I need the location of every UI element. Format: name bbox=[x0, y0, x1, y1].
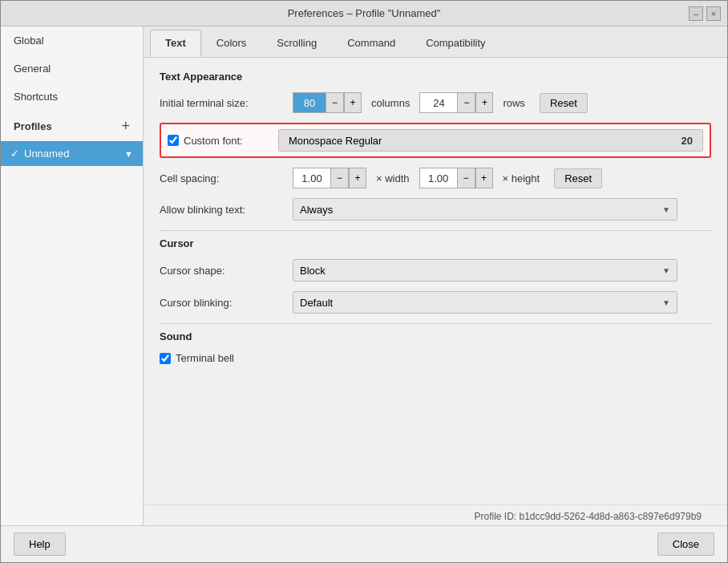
cell-width-decrement[interactable]: − bbox=[331, 168, 349, 188]
tab-scrolling[interactable]: Scrolling bbox=[261, 30, 332, 57]
custom-font-row: Custom font: Monospace Regular 20 bbox=[160, 123, 711, 158]
blink-text-dropdown[interactable]: Always ▼ bbox=[293, 198, 677, 221]
tab-compatibility[interactable]: Compatibility bbox=[411, 30, 500, 57]
sidebar-section-profiles: Profiles + bbox=[1, 111, 143, 141]
main-content: Global General Shortcuts Profiles + ✓ Un… bbox=[1, 26, 727, 525]
cell-height-unit: × height bbox=[503, 172, 540, 184]
blink-dropdown-arrow-icon: ▼ bbox=[662, 205, 670, 214]
cell-height-spinbox: − + bbox=[419, 168, 493, 188]
cell-height-increment[interactable]: + bbox=[475, 168, 493, 188]
tab-bar: Text Colors Scrolling Command Compatibil… bbox=[144, 26, 727, 58]
text-appearance-title: Text Appearance bbox=[160, 71, 711, 83]
profiles-label: Profiles bbox=[14, 120, 52, 132]
close-dialog-button[interactable]: Close bbox=[657, 533, 714, 556]
sidebar-item-unnamed-profile[interactable]: ✓ Unnamed ▼ bbox=[1, 141, 143, 166]
rows-input[interactable] bbox=[419, 92, 458, 113]
sidebar-item-global[interactable]: Global bbox=[1, 26, 143, 55]
cursor-blink-label: Cursor blinking: bbox=[160, 297, 288, 309]
minimize-button[interactable]: – bbox=[689, 6, 703, 21]
rows-spinbox: − + bbox=[419, 92, 493, 113]
right-panel: Text Colors Scrolling Command Compatibil… bbox=[144, 26, 727, 525]
sound-section: Sound Terminal bell bbox=[160, 330, 711, 364]
cell-height-input[interactable] bbox=[419, 168, 458, 188]
terminal-size-reset-button[interactable]: Reset bbox=[540, 93, 588, 113]
cursor-shape-label: Cursor shape: bbox=[160, 265, 288, 277]
cursor-shape-arrow-icon: ▼ bbox=[662, 266, 670, 275]
divider-1 bbox=[160, 230, 711, 231]
footer-bar: Help Close bbox=[1, 525, 727, 562]
divider-2 bbox=[160, 323, 711, 324]
terminal-bell-label: Terminal bell bbox=[176, 352, 234, 364]
blink-text-label: Allow blinking text: bbox=[160, 204, 288, 216]
terminal-bell-row: Terminal bell bbox=[160, 352, 711, 364]
titlebar-controls: – × bbox=[689, 6, 721, 21]
sidebar-item-shortcuts[interactable]: Shortcuts bbox=[1, 83, 143, 111]
cell-height-decrement[interactable]: − bbox=[458, 168, 475, 188]
terminal-bell-checkbox-label[interactable]: Terminal bell bbox=[160, 352, 264, 364]
cell-width-input[interactable] bbox=[293, 168, 331, 188]
tab-content-text: Text Appearance Initial terminal size: −… bbox=[144, 58, 727, 504]
cursor-blink-row: Cursor blinking: Default ▼ bbox=[160, 291, 711, 314]
cell-spacing-label: Cell spacing: bbox=[160, 172, 288, 184]
cell-spacing-reset-button[interactable]: Reset bbox=[554, 168, 602, 188]
cell-width-increment[interactable]: + bbox=[349, 168, 366, 188]
tab-text[interactable]: Text bbox=[150, 30, 201, 57]
cursor-blink-arrow-icon: ▼ bbox=[662, 298, 670, 307]
blink-text-value: Always bbox=[300, 204, 333, 216]
cursor-shape-value: Block bbox=[300, 265, 326, 277]
help-button[interactable]: Help bbox=[14, 533, 66, 556]
columns-decrement[interactable]: − bbox=[326, 92, 344, 113]
columns-increment[interactable]: + bbox=[344, 92, 362, 113]
rows-unit: rows bbox=[503, 97, 524, 109]
tab-colors[interactable]: Colors bbox=[201, 30, 262, 57]
font-name-label: Monospace Regular bbox=[289, 135, 382, 147]
profile-check-icon: ✓ bbox=[10, 148, 19, 160]
font-chooser-button[interactable]: Monospace Regular 20 bbox=[278, 129, 703, 152]
cursor-title: Cursor bbox=[160, 237, 711, 249]
columns-unit: columns bbox=[371, 97, 410, 109]
profile-id-label: Profile ID: b1dcc9dd-5262-4d8d-a863-c897… bbox=[474, 511, 711, 522]
cursor-blink-dropdown[interactable]: Default ▼ bbox=[293, 291, 677, 314]
cursor-blink-value: Default bbox=[300, 297, 333, 309]
custom-font-label: Custom font: bbox=[184, 135, 243, 147]
blink-text-row: Allow blinking text: Always ▼ bbox=[160, 198, 711, 221]
tab-command[interactable]: Command bbox=[332, 30, 411, 57]
titlebar: Preferences – Profile "Unnamed" – × bbox=[1, 1, 727, 26]
custom-font-checkbox-label[interactable]: Custom font: bbox=[168, 135, 272, 147]
font-size-value: 20 bbox=[681, 135, 693, 147]
sidebar-item-general[interactable]: General bbox=[1, 55, 143, 83]
sidebar: Global General Shortcuts Profiles + ✓ Un… bbox=[1, 26, 144, 525]
profile-id-area: Profile ID: b1dcc9dd-5262-4d8d-a863-c897… bbox=[144, 504, 727, 525]
cursor-section: Cursor Cursor shape: Block ▼ Cursor blin… bbox=[160, 237, 711, 314]
close-button[interactable]: × bbox=[706, 6, 721, 21]
custom-font-checkbox[interactable] bbox=[168, 135, 179, 146]
cell-width-spinbox: − + bbox=[293, 168, 366, 188]
preferences-window: Preferences – Profile "Unnamed" – × Glob… bbox=[0, 0, 728, 563]
add-profile-button[interactable]: + bbox=[121, 119, 130, 133]
cell-width-unit: × width bbox=[376, 172, 410, 184]
profile-arrow-icon: ▼ bbox=[124, 149, 133, 159]
rows-decrement[interactable]: − bbox=[458, 92, 475, 113]
rows-increment[interactable]: + bbox=[475, 92, 493, 113]
profile-name: Unnamed bbox=[24, 148, 69, 160]
terminal-size-label: Initial terminal size: bbox=[160, 97, 288, 109]
columns-spinbox: − + bbox=[293, 92, 362, 113]
cursor-shape-row: Cursor shape: Block ▼ bbox=[160, 259, 711, 282]
sound-title: Sound bbox=[160, 330, 711, 342]
columns-input[interactable] bbox=[293, 92, 326, 113]
window-title: Preferences – Profile "Unnamed" bbox=[39, 7, 689, 19]
cursor-shape-dropdown[interactable]: Block ▼ bbox=[293, 259, 677, 282]
terminal-bell-checkbox[interactable] bbox=[160, 353, 171, 364]
terminal-size-row: Initial terminal size: − + columns − + r… bbox=[160, 92, 711, 113]
cell-spacing-row: Cell spacing: − + × width − + × height R… bbox=[160, 168, 711, 188]
